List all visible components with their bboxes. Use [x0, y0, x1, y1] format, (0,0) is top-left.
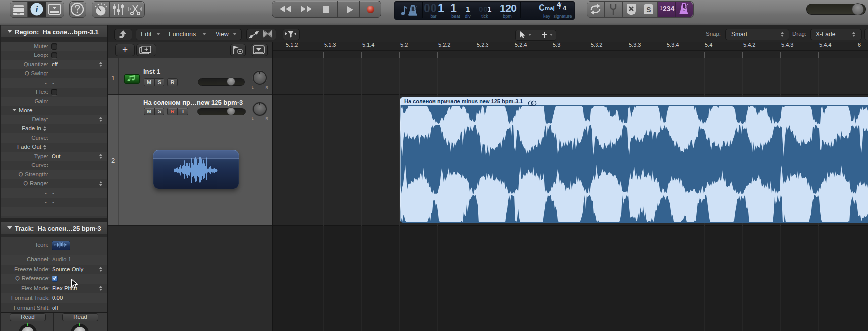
svg-text:i: i	[35, 4, 38, 14]
svg-text:S: S	[646, 6, 651, 14]
